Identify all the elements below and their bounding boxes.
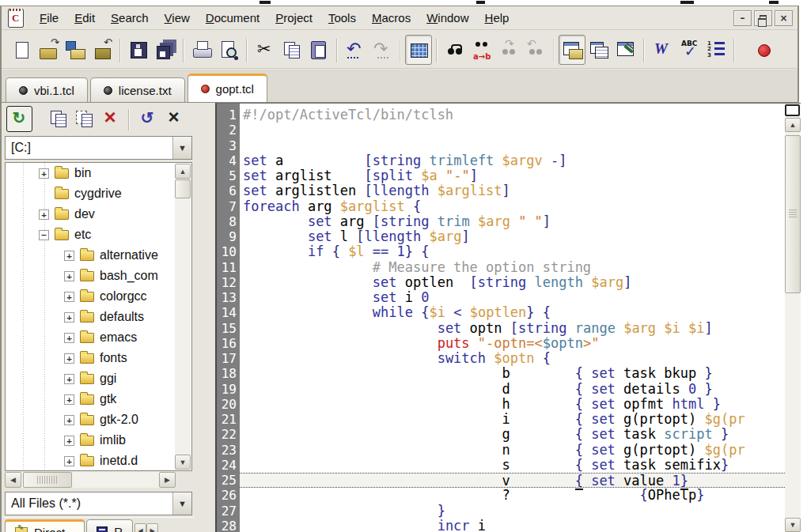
tree-item[interactable]: + fonts xyxy=(6,348,191,368)
document-tab[interactable]: gopt.tcl xyxy=(188,74,267,102)
save-button[interactable] xyxy=(125,35,152,65)
close-button[interactable]: × xyxy=(775,10,793,26)
tree-item[interactable]: + imlib xyxy=(6,430,191,451)
word-wrap-button[interactable] xyxy=(649,35,676,65)
cut-button[interactable] xyxy=(252,35,278,65)
tab-scroll-right-icon[interactable]: ▶ xyxy=(146,523,158,532)
panel-tab[interactable]: R xyxy=(86,519,133,532)
directory-tree[interactable]: + bin cygdrive + dev − xyxy=(5,162,192,471)
scroll-left-icon[interactable]: ◀ xyxy=(5,472,21,488)
scroll-down-icon[interactable]: ▼ xyxy=(175,455,191,470)
restore-button[interactable] xyxy=(754,10,772,26)
scrollbar-thumb[interactable] xyxy=(23,472,72,488)
expand-toggle-icon[interactable]: + xyxy=(64,312,74,323)
expand-toggle-icon[interactable]: + xyxy=(39,209,49,220)
menu-item[interactable]: Help xyxy=(477,8,517,28)
tree-item[interactable]: + bash_com xyxy=(6,266,191,286)
tree-item[interactable]: + defaults xyxy=(6,307,191,327)
expand-toggle-icon[interactable]: + xyxy=(64,436,74,446)
move-file-button[interactable] xyxy=(71,106,97,132)
tree-item[interactable]: + colorgcc xyxy=(6,286,191,307)
run-tool-button[interactable] xyxy=(612,35,639,65)
chevron-down-icon[interactable]: ▼ xyxy=(172,137,191,159)
expand-toggle-icon[interactable]: + xyxy=(64,353,74,364)
delete-file-button[interactable] xyxy=(97,106,123,132)
scroll-down-icon[interactable]: ▼ xyxy=(785,518,801,532)
split-editor-handle[interactable] xyxy=(785,104,800,116)
chevron-down-icon[interactable]: ▼ xyxy=(172,492,191,515)
tree-item[interactable]: + bin xyxy=(6,163,191,183)
scrollbar-track[interactable] xyxy=(175,164,191,470)
menu-item[interactable]: Edit xyxy=(66,8,103,28)
tree-horizontal-scrollbar[interactable]: ◀ ▶ xyxy=(5,472,176,488)
new-file-button[interactable] xyxy=(8,35,35,65)
replace-button[interactable] xyxy=(468,35,495,65)
panel-tab[interactable]: Direct xyxy=(5,519,85,532)
find-previous-button[interactable] xyxy=(522,35,549,65)
scroll-right-icon[interactable]: ▶ xyxy=(159,472,176,488)
expand-toggle-icon[interactable]: + xyxy=(64,456,74,466)
explorer-panel-toggle[interactable] xyxy=(559,35,585,65)
menu-item[interactable]: Search xyxy=(103,8,157,28)
tree-vertical-scrollbar[interactable]: ▲ ▼ xyxy=(175,164,191,470)
expand-toggle-icon[interactable]: + xyxy=(64,292,74,302)
code-area[interactable]: #!/opt/ActiveTcl/bin/tclsh set a [string… xyxy=(240,104,785,532)
paste-button[interactable] xyxy=(305,35,332,65)
menu-item[interactable]: View xyxy=(157,8,198,28)
find-button[interactable] xyxy=(441,35,468,65)
sync-browser-button[interactable] xyxy=(6,106,32,132)
tree-item[interactable]: + dev xyxy=(6,204,191,224)
copy-button[interactable] xyxy=(278,35,305,65)
refresh-button[interactable] xyxy=(134,106,161,132)
app-icon[interactable] xyxy=(8,9,24,28)
save-all-button[interactable] xyxy=(152,35,179,65)
menu-item[interactable]: Window xyxy=(419,8,476,28)
tree-item[interactable]: + ggi xyxy=(6,368,191,389)
print-button[interactable] xyxy=(188,35,215,65)
spell-check-button[interactable] xyxy=(676,35,703,65)
tree-item[interactable]: + alternative xyxy=(6,245,191,266)
print-preview-button[interactable] xyxy=(215,35,242,65)
editor-vertical-scrollbar[interactable]: ▲ ▼ xyxy=(785,104,801,532)
undo-button[interactable] xyxy=(342,35,369,65)
scrollbar-thumb[interactable] xyxy=(785,135,801,293)
document-tab[interactable]: license.txt xyxy=(90,77,185,102)
expand-toggle-icon[interactable]: + xyxy=(64,415,74,425)
redo-button[interactable] xyxy=(369,35,396,65)
expand-toggle-icon[interactable]: + xyxy=(39,168,49,179)
tree-item[interactable]: − etc xyxy=(6,224,191,245)
tree-item[interactable]: + inetd.d xyxy=(6,451,191,471)
tree-item[interactable]: + gtk xyxy=(6,389,191,409)
menu-item[interactable]: Document xyxy=(198,8,267,28)
close-file-button[interactable] xyxy=(89,35,116,65)
record-macro-button[interactable] xyxy=(750,35,777,65)
menu-item[interactable]: Tools xyxy=(320,8,364,28)
tree-item[interactable]: + emacs xyxy=(6,327,191,348)
tree-item[interactable]: + gtk-2.0 xyxy=(6,409,191,430)
code-templates-button[interactable] xyxy=(585,35,612,65)
scroll-up-icon[interactable]: ▲ xyxy=(785,118,801,132)
expand-toggle-icon[interactable]: − xyxy=(39,230,49,240)
expand-toggle-icon[interactable]: + xyxy=(64,374,74,384)
open-file-button[interactable] xyxy=(35,35,62,65)
expand-toggle-icon[interactable]: + xyxy=(64,333,74,343)
tree-item[interactable]: cygdrive xyxy=(6,183,191,204)
document-tab[interactable]: vbi.1.tcl xyxy=(6,77,88,102)
menu-item[interactable]: Macros xyxy=(364,8,419,28)
menu-item[interactable]: File xyxy=(32,8,66,28)
find-next-button[interactable] xyxy=(495,35,522,65)
tab-scroll-left-icon[interactable]: ◀ xyxy=(134,523,146,532)
scroll-up-icon[interactable]: ▲ xyxy=(175,164,191,179)
expand-toggle-icon[interactable]: + xyxy=(64,394,74,405)
line-numbers-button[interactable] xyxy=(703,35,729,65)
copy-file-button[interactable] xyxy=(45,106,71,132)
scrollbar-thumb[interactable] xyxy=(175,179,191,198)
file-filter-selector[interactable]: All Files (*.*) ▼ xyxy=(5,492,192,515)
drive-selector[interactable]: [C:] ▼ xyxy=(5,136,192,160)
file-panel-toggle[interactable] xyxy=(405,35,432,65)
menu-item[interactable]: Project xyxy=(267,8,320,28)
open-remote-button[interactable] xyxy=(62,35,89,65)
expand-toggle-icon[interactable]: + xyxy=(64,271,74,281)
minimize-button[interactable]: – xyxy=(733,10,752,26)
expand-toggle-icon[interactable]: + xyxy=(64,251,74,261)
